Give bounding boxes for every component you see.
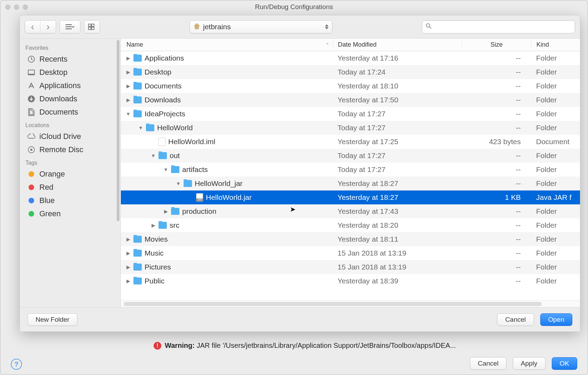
file-kind: Document <box>531 138 580 146</box>
path-popup[interactable]: jetbrains <box>189 20 332 33</box>
tag-green[interactable]: Green <box>20 207 121 220</box>
main-cancel-button[interactable]: Cancel <box>470 357 506 370</box>
disclosure-triangle[interactable]: ▶ <box>126 97 131 103</box>
downloads-icon <box>27 95 36 103</box>
file-size: -- <box>462 207 531 216</box>
sidebar-item-desktop[interactable]: Desktop <box>20 66 121 79</box>
action-buttons <box>84 20 100 33</box>
file-kind: Folder <box>531 54 580 62</box>
disclosure-triangle[interactable]: ▶ <box>163 209 168 214</box>
sidebar-scrollbar[interactable] <box>117 40 119 221</box>
tag-red[interactable]: Red <box>20 181 121 194</box>
sidebar-item-downloads[interactable]: Downloads <box>20 92 121 106</box>
file-kind: Folder <box>531 165 580 174</box>
file-name: IdeaProjects <box>145 110 185 118</box>
svg-point-14 <box>30 149 32 151</box>
tag-dot-icon <box>29 211 34 217</box>
disclosure-triangle[interactable]: ▼ <box>138 125 143 131</box>
disclosure-triangle[interactable]: ▶ <box>126 264 131 270</box>
disclosure-triangle[interactable]: ▼ <box>163 167 168 172</box>
file-row[interactable]: ▼IdeaProjectsToday at 17:27--Folder <box>121 107 580 121</box>
scrollbar-thumb[interactable] <box>124 302 542 306</box>
file-date: Yesterday at 17:25 <box>333 138 462 146</box>
dialog-cancel-button[interactable]: Cancel <box>497 313 534 326</box>
file-row[interactable]: ▶DesktopToday at 17:24--Folder <box>121 65 580 79</box>
file-kind: Folder <box>531 110 580 118</box>
file-row[interactable]: ▶ApplicationsYesterday at 17:16--Folder <box>121 51 580 65</box>
tag-dot-icon <box>29 198 34 203</box>
disclosure-triangle[interactable]: ▶ <box>126 236 131 242</box>
folder-icon <box>133 250 142 257</box>
svg-line-8 <box>430 27 431 29</box>
column-kind[interactable]: Kind <box>531 41 580 48</box>
column-size[interactable]: Size <box>462 41 531 48</box>
remote-disc-icon <box>27 146 36 154</box>
disclosure-triangle[interactable]: ▶ <box>126 278 131 284</box>
tag-orange[interactable]: Orange <box>20 167 121 181</box>
file-list[interactable]: ▶ApplicationsYesterday at 17:16--Folder▶… <box>121 51 580 300</box>
file-kind: Java JAR f <box>531 193 580 202</box>
disclosure-triangle[interactable]: ▶ <box>151 222 156 228</box>
tag-blue[interactable]: Blue <box>20 194 121 207</box>
folder-icon <box>133 110 142 117</box>
view-mode-button[interactable] <box>60 21 80 33</box>
open-button[interactable]: Open <box>540 313 572 326</box>
file-name: out <box>170 151 180 160</box>
sidebar-item-documents[interactable]: Documents <box>20 106 121 119</box>
disclosure-triangle[interactable]: ▼ <box>151 153 156 158</box>
column-name[interactable]: Name⌃ <box>121 41 333 48</box>
disclosure-triangle[interactable]: ▶ <box>126 55 131 61</box>
forward-button[interactable] <box>40 21 56 33</box>
sidebar-item-recents[interactable]: Recents <box>20 53 121 66</box>
disclosure-triangle[interactable]: ▶ <box>126 250 131 256</box>
file-row[interactable]: ▶Pictures15 Jan 2018 at 13:19--Folder <box>121 260 580 274</box>
file-row[interactable]: ▶productionYesterday at 17:43--Folder <box>121 204 580 218</box>
file-row[interactable]: ▶srcYesterday at 18:20--Folder <box>121 218 580 232</box>
warning-label: Warning: <box>165 342 195 349</box>
arrange-button[interactable] <box>84 21 100 33</box>
group-icon <box>88 24 96 30</box>
file-size: -- <box>462 110 531 118</box>
apply-button[interactable]: Apply <box>513 357 546 370</box>
disclosure-triangle[interactable]: ▼ <box>126 111 131 117</box>
svg-rect-6 <box>92 27 94 30</box>
column-date[interactable]: Date Modified <box>333 41 462 48</box>
sidebar-item-icloud-drive[interactable]: iCloud Drive <box>20 130 121 143</box>
file-row[interactable]: ▼artifactsToday at 17:27--Folder <box>121 163 580 177</box>
file-size: -- <box>462 165 531 174</box>
new-folder-button[interactable]: New Folder <box>28 313 77 326</box>
search-field[interactable] <box>422 20 575 33</box>
disclosure-triangle[interactable]: ▶ <box>126 83 131 89</box>
folder-icon <box>184 180 192 187</box>
file-row[interactable]: ▼outToday at 17:27--Folder <box>121 149 580 163</box>
file-row[interactable]: ▼HelloWorldToday at 17:27--Folder <box>121 121 580 135</box>
horizontal-scrollbar[interactable] <box>121 300 580 307</box>
folder-icon <box>171 166 179 173</box>
file-kind: Folder <box>531 82 580 90</box>
file-row[interactable]: ▶MoviesYesterday at 18:11--Folder <box>121 232 580 246</box>
file-row[interactable]: HelloWorld.jarYesterday at 18:271 KBJava… <box>121 190 580 204</box>
sort-indicator-icon: ⌃ <box>326 42 329 47</box>
sidebar-item-remote-disc[interactable]: Remote Disc <box>20 143 121 156</box>
folder-icon <box>133 278 142 284</box>
file-row[interactable]: HelloWorld.imlYesterday at 17:25423 byte… <box>121 135 580 149</box>
file-kind: Folder <box>531 207 580 216</box>
window-title: Run/Debug Configurations <box>0 3 588 11</box>
icloud-drive-icon <box>27 133 36 140</box>
file-name: production <box>182 207 216 216</box>
ok-button[interactable]: OK <box>552 357 577 370</box>
file-row[interactable]: ▶DownloadsYesterday at 17:50--Folder <box>121 93 580 107</box>
disclosure-triangle[interactable]: ▼ <box>176 181 181 186</box>
documents-icon <box>27 108 36 116</box>
file-row[interactable]: ▼HelloWorld_jarYesterday at 18:27--Folde… <box>121 177 580 190</box>
file-size: -- <box>462 277 531 285</box>
disclosure-triangle[interactable]: ▶ <box>126 69 131 75</box>
file-row[interactable]: ▶Music15 Jan 2018 at 13:19--Folder <box>121 246 580 260</box>
file-size: -- <box>462 221 531 229</box>
file-row[interactable]: ▶PublicYesterday at 18:39--Folder <box>121 274 580 288</box>
back-button[interactable] <box>25 21 40 33</box>
file-open-dialog: jetbrains Favorites RecentsDesktopApplic… <box>20 15 580 332</box>
search-input[interactable] <box>435 23 571 31</box>
sidebar-item-applications[interactable]: Applications <box>20 79 121 92</box>
file-row[interactable]: ▶DocumentsYesterday at 18:10--Folder <box>121 79 580 93</box>
